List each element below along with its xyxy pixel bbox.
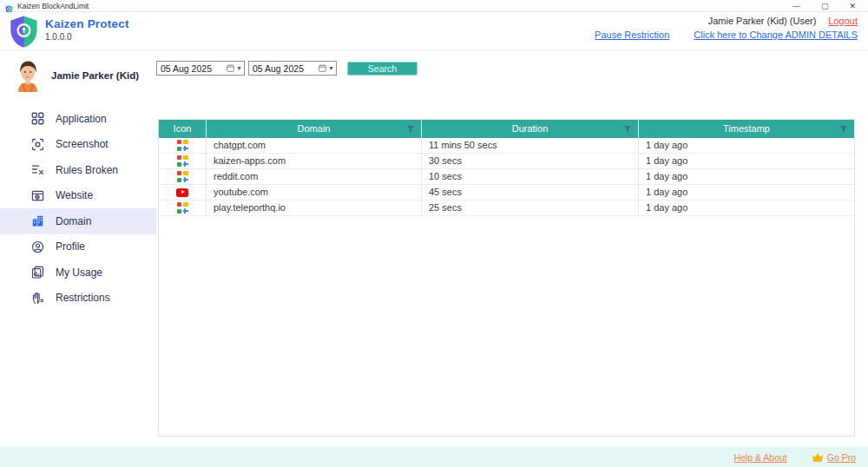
sidebar-item-rules-broken[interactable]: Rules Broken (0, 157, 156, 183)
app-shield-icon (5, 2, 13, 10)
search-button[interactable]: Search (347, 62, 418, 76)
sidebar-item-label: Application (56, 113, 107, 125)
timestamp-cell: 1 day ago (639, 138, 854, 153)
sidebar-item-profile[interactable]: Profile (0, 234, 156, 260)
duration-cell: 10 secs (422, 169, 639, 184)
timestamp-cell: 1 day ago (639, 154, 854, 168)
table-row[interactable]: chatgpt.com 11 mins 50 secs 1 day ago (159, 138, 854, 154)
duration-cell: 11 mins 50 secs (422, 138, 639, 153)
favicon-cell (159, 154, 207, 168)
domain-table: Icon Domain Duration Timestamp chatgpt.c… (158, 119, 855, 437)
timestamp-cell: 1 day ago (639, 169, 854, 184)
filter-funnel-icon[interactable] (406, 125, 415, 134)
domain-cell: chatgpt.com (207, 138, 422, 153)
profile-name: Jamie Parker (Kid) (51, 70, 139, 81)
hand-icon (31, 292, 44, 305)
domain-cell: kaizen-apps.com (207, 154, 422, 168)
webapp-favicon-icon (177, 155, 188, 167)
building-icon (31, 214, 44, 227)
date-to-input[interactable]: 05 Aug 2025 ▼ (248, 61, 337, 76)
column-header-timestamp[interactable]: Timestamp (639, 120, 854, 138)
table-header-row: Icon Domain Duration Timestamp (159, 120, 854, 138)
favicon-cell (159, 169, 207, 184)
sidebar-item-label: Rules Broken (56, 164, 118, 176)
calendar-dropdown-icon[interactable]: ▼ (319, 64, 336, 72)
grid-icon (31, 112, 44, 125)
pause-restriction-link[interactable]: Pause Restriction (595, 30, 669, 40)
timestamp-cell: 1 day ago (639, 185, 854, 200)
webapp-favicon-icon (177, 140, 188, 151)
change-admin-details-link[interactable]: Click here to Change ADMIN DETAILS (694, 30, 858, 40)
domain-cell: play.teleporthq.io (207, 201, 422, 215)
sidebar-nav: Application Screenshot Rules Broken (0, 106, 156, 311)
domain-cell: youtube.com (207, 185, 422, 200)
duration-cell: 25 secs (422, 201, 639, 215)
sidebar-item-my-usage[interactable]: My Usage (0, 260, 156, 286)
logout-link[interactable]: Logout (828, 16, 858, 26)
sidebar-item-label: Screenshot (56, 138, 108, 150)
sidebar: Jamie Parker (Kid) Application Screensho… (0, 50, 156, 447)
minimize-button[interactable]: — (792, 1, 800, 11)
date-to-value: 05 Aug 2025 (253, 63, 319, 74)
sidebar-item-label: Profile (56, 240, 85, 253)
calendar-dropdown-icon[interactable]: ▼ (227, 64, 244, 72)
main-content: 05 Aug 2025 ▼ 05 Aug 2025 ▼ Search 5 rec… (156, 50, 868, 447)
webapp-favicon-icon (177, 202, 188, 214)
date-from-input[interactable]: 05 Aug 2025 ▼ (156, 61, 245, 76)
sidebar-item-label: Website (56, 189, 93, 201)
window-title: Kaizen BlockAndLimit (17, 2, 792, 10)
date-filter-row: 05 Aug 2025 ▼ 05 Aug 2025 ▼ Search (156, 61, 418, 76)
column-header-duration[interactable]: Duration (422, 120, 639, 138)
screenshot-icon (31, 138, 44, 151)
profile-icon (31, 240, 44, 253)
crown-icon (812, 452, 824, 462)
go-pro-link[interactable]: Go Pro (827, 452, 856, 463)
timestamp-cell: 1 day ago (639, 201, 854, 215)
rules-broken-icon (31, 163, 44, 176)
webapp-favicon-icon (177, 171, 188, 182)
app-header: Kaizen Protect 1.0.0.0 Jamie Parker (Kid… (0, 12, 868, 50)
youtube-icon (176, 188, 188, 197)
maximize-button[interactable]: ▢ (821, 1, 829, 11)
sidebar-item-label: Restrictions (56, 292, 110, 304)
app-logo-shield-icon (8, 15, 40, 49)
avatar (11, 59, 44, 92)
column-header-domain[interactable]: Domain (207, 120, 422, 138)
sidebar-item-application[interactable]: Application (0, 106, 156, 132)
sidebar-item-label: My Usage (56, 266, 102, 279)
usage-icon (31, 266, 44, 279)
app-name: Kaizen Protect (45, 17, 129, 30)
sidebar-item-restrictions[interactable]: Restrictions (0, 286, 156, 312)
table-row[interactable]: kaizen-apps.com 30 secs 1 day ago (159, 154, 854, 169)
sidebar-item-label: Domain (56, 215, 91, 227)
favicon-cell (159, 201, 207, 215)
date-from-value: 05 Aug 2025 (161, 63, 227, 74)
filter-funnel-icon[interactable] (839, 125, 848, 134)
app-version: 1.0.0.0 (45, 32, 129, 42)
duration-cell: 45 secs (422, 185, 639, 200)
favicon-cell (159, 185, 207, 200)
duration-cell: 30 secs (422, 154, 639, 168)
website-icon (31, 189, 44, 202)
sidebar-item-website[interactable]: Website (0, 183, 156, 209)
table-row[interactable]: play.teleporthq.io 25 secs 1 day ago (159, 201, 854, 216)
close-button[interactable]: ✕ (849, 1, 856, 11)
favicon-cell (159, 138, 207, 153)
footer-bar: Help & About Go Pro (0, 447, 868, 467)
table-row[interactable]: reddit.com 10 secs 1 day ago (159, 169, 854, 185)
sidebar-item-domain[interactable]: Domain (0, 208, 156, 234)
sidebar-item-screenshot[interactable]: Screenshot (0, 132, 156, 158)
table-row[interactable]: youtube.com 45 secs 1 day ago (159, 185, 854, 201)
help-about-link[interactable]: Help & About (733, 452, 786, 463)
window-titlebar: Kaizen BlockAndLimit — ▢ ✕ (0, 0, 868, 12)
domain-cell: reddit.com (207, 169, 422, 184)
column-header-icon[interactable]: Icon (159, 120, 207, 138)
profile-block: Jamie Parker (Kid) (0, 50, 156, 94)
filter-funnel-icon[interactable] (623, 125, 632, 134)
logged-in-user-label: Jamie Parker (Kid) (User) (708, 16, 817, 26)
